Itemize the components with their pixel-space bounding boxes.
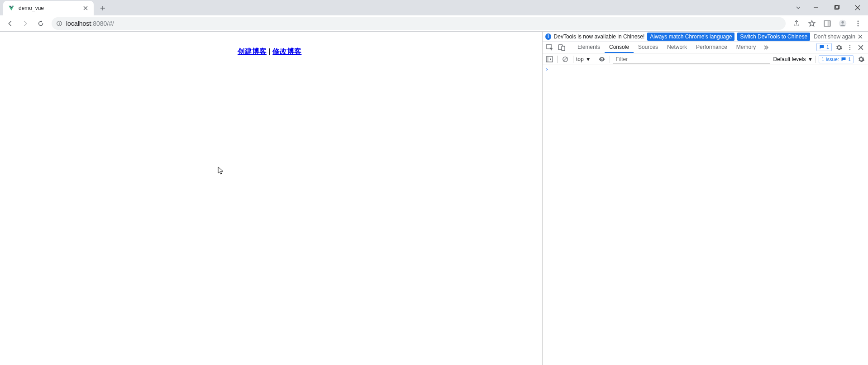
url-host: localhost bbox=[66, 20, 91, 27]
browser-tab[interactable]: demo_vue bbox=[3, 1, 94, 15]
live-expression-icon[interactable] bbox=[597, 54, 607, 64]
svg-point-16 bbox=[849, 45, 850, 46]
forward-button[interactable] bbox=[18, 16, 33, 31]
devtools-tabbar: Elements Console Sources Network Perform… bbox=[543, 42, 868, 53]
execution-context-selector[interactable]: top ▼ bbox=[576, 56, 591, 62]
content-split: 创建博客 | 修改博客 i DevTools is now available … bbox=[0, 32, 868, 365]
console-sidebar-toggle-icon[interactable] bbox=[544, 54, 554, 64]
url-text: localhost:8080/#/ bbox=[66, 20, 114, 27]
maximize-button[interactable] bbox=[826, 0, 847, 15]
tab-performance[interactable]: Performance bbox=[692, 42, 732, 53]
always-match-language-button[interactable]: Always match Chrome's language bbox=[647, 33, 734, 41]
svg-point-10 bbox=[858, 20, 859, 22]
info-icon: i bbox=[545, 33, 551, 40]
tab-close-icon[interactable] bbox=[82, 5, 89, 12]
more-tabs-icon[interactable] bbox=[760, 42, 774, 53]
link-separator: | bbox=[267, 47, 272, 55]
svg-point-23 bbox=[601, 58, 602, 60]
browser-window: demo_vue bbox=[0, 0, 868, 365]
svg-rect-20 bbox=[546, 57, 548, 62]
svg-point-18 bbox=[849, 49, 850, 50]
svg-point-9 bbox=[841, 21, 844, 23]
side-panel-icon[interactable] bbox=[820, 16, 835, 31]
svg-rect-4 bbox=[59, 22, 59, 22]
prompt-caret-icon: › bbox=[545, 66, 551, 72]
chevron-down-icon: ▼ bbox=[586, 56, 591, 62]
inspect-element-icon[interactable] bbox=[544, 44, 555, 51]
messages-count: 1 bbox=[826, 44, 829, 50]
console-output[interactable]: › bbox=[543, 65, 868, 365]
svg-point-17 bbox=[849, 47, 850, 47]
svg-point-11 bbox=[858, 23, 859, 24]
console-prompt[interactable]: › bbox=[543, 65, 868, 73]
blog-links: 创建博客 | 修改博客 bbox=[0, 47, 542, 57]
back-button[interactable] bbox=[3, 16, 17, 31]
dont-show-again-button[interactable]: Don't show again bbox=[814, 33, 855, 40]
tab-title: demo_vue bbox=[19, 5, 78, 11]
infobar-close-icon[interactable] bbox=[858, 34, 865, 39]
svg-point-12 bbox=[858, 25, 859, 26]
chrome-menu-icon[interactable] bbox=[851, 16, 865, 31]
address-bar[interactable]: localhost:8080/#/ bbox=[52, 17, 786, 30]
bookmark-icon[interactable] bbox=[805, 16, 819, 31]
chevron-down-icon: ▼ bbox=[807, 56, 813, 62]
page-viewport: 创建博客 | 修改博客 bbox=[0, 32, 542, 365]
messages-badge[interactable]: 1 bbox=[816, 43, 832, 51]
devtools-close-icon[interactable] bbox=[855, 42, 866, 53]
share-icon[interactable] bbox=[789, 16, 804, 31]
switch-to-chinese-button[interactable]: Switch DevTools to Chinese bbox=[737, 33, 810, 41]
edit-blog-link[interactable]: 修改博客 bbox=[272, 47, 301, 55]
svg-rect-15 bbox=[562, 46, 565, 51]
svg-line-22 bbox=[563, 57, 568, 61]
toolbar-right bbox=[789, 16, 865, 31]
log-levels-selector[interactable]: Default levels ▼ bbox=[773, 56, 813, 62]
devtools-panel: i DevTools is now available in Chinese! … bbox=[542, 32, 868, 365]
tab-console[interactable]: Console bbox=[605, 42, 634, 53]
tab-search-button[interactable] bbox=[791, 0, 806, 15]
issue-count: 1 bbox=[848, 57, 851, 62]
issue-label: 1 Issue: bbox=[821, 57, 839, 62]
svg-rect-6 bbox=[828, 21, 830, 26]
tab-sources[interactable]: Sources bbox=[634, 42, 663, 53]
vue-favicon-icon bbox=[8, 5, 15, 12]
tab-memory[interactable]: Memory bbox=[732, 42, 760, 53]
issues-badge[interactable]: 1 Issue: 1 bbox=[819, 55, 854, 63]
window-controls bbox=[791, 0, 868, 15]
mouse-cursor-icon bbox=[218, 166, 224, 175]
console-toolbar: top ▼ Default levels ▼ 1 Issue: 1 bbox=[543, 53, 868, 65]
devtools-settings-icon[interactable] bbox=[834, 42, 844, 53]
page-body: 创建博客 | 修改博客 bbox=[0, 32, 542, 57]
devtools-infobar: i DevTools is now available in Chinese! … bbox=[543, 32, 868, 42]
minimize-button[interactable] bbox=[806, 0, 826, 15]
site-info-icon[interactable] bbox=[56, 20, 62, 27]
tab-strip: demo_vue bbox=[0, 0, 868, 15]
console-filter-input[interactable] bbox=[613, 55, 771, 64]
close-window-button[interactable] bbox=[847, 0, 868, 15]
new-tab-button[interactable] bbox=[96, 2, 109, 14]
url-path: :8080/#/ bbox=[91, 20, 114, 27]
reload-button[interactable] bbox=[33, 16, 48, 31]
browser-toolbar: localhost:8080/#/ bbox=[0, 15, 868, 32]
tab-network[interactable]: Network bbox=[663, 42, 692, 53]
svg-rect-3 bbox=[59, 23, 59, 24]
clear-console-icon[interactable] bbox=[560, 54, 570, 64]
devtools-menu-icon[interactable] bbox=[844, 42, 855, 53]
create-blog-link[interactable]: 创建博客 bbox=[238, 47, 267, 55]
device-toolbar-icon[interactable] bbox=[556, 44, 567, 51]
tab-elements[interactable]: Elements bbox=[573, 42, 605, 53]
levels-label: Default levels bbox=[773, 56, 806, 62]
context-label: top bbox=[576, 56, 584, 62]
console-settings-icon[interactable] bbox=[856, 54, 866, 64]
profile-icon[interactable] bbox=[835, 16, 850, 31]
infobar-message: DevTools is now available in Chinese! bbox=[554, 33, 645, 40]
